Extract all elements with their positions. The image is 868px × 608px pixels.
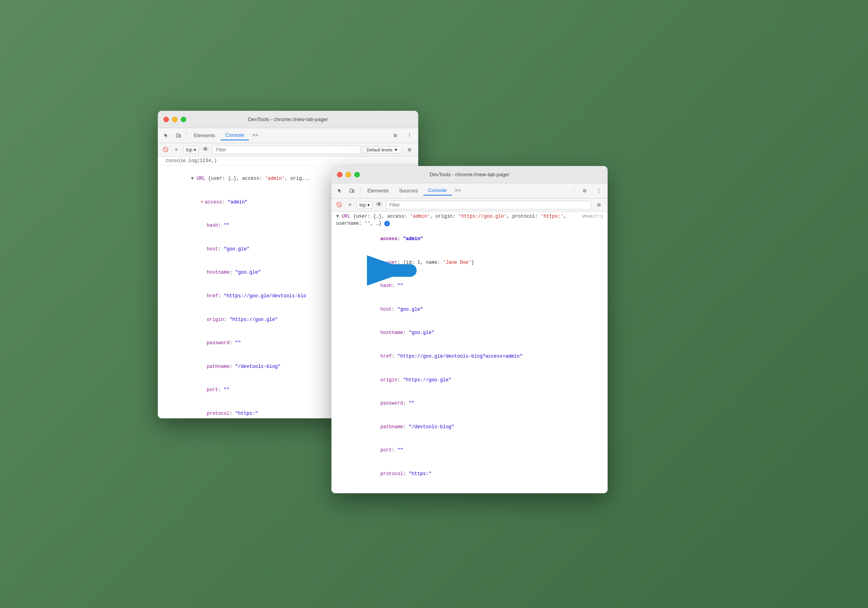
tab-elements-left[interactable]: Elements bbox=[189, 131, 220, 140]
maximize-button-left[interactable] bbox=[181, 117, 186, 122]
toolbar-icons-right: ⚙ ⋮ bbox=[572, 185, 604, 196]
scene: DevTools - chrome://new-tab-page/ Elemen… bbox=[158, 87, 710, 521]
more-icon-left[interactable]: ⋮ bbox=[404, 130, 415, 141]
svg-rect-4 bbox=[353, 190, 354, 192]
filter-input-right[interactable] bbox=[386, 201, 591, 209]
row-protocol-right: protocol: "https:" bbox=[331, 463, 608, 486]
clear-console-icon[interactable]: 🚫 bbox=[161, 145, 170, 154]
clear-console-icon-right[interactable]: 🚫 bbox=[335, 201, 343, 209]
top-label-left: top bbox=[186, 147, 193, 153]
no-icon-right[interactable]: ⊘ bbox=[346, 201, 354, 209]
window-title-left: DevTools - chrome://new-tab-page/ bbox=[248, 116, 328, 122]
row-pathname-right: pathname: "/devtools-blog" bbox=[331, 416, 608, 439]
row-port-right: port: "" bbox=[331, 439, 608, 463]
row-password-right: password: "" bbox=[331, 392, 608, 416]
traffic-lights-right bbox=[331, 172, 360, 177]
row-host-right: host: "goo.gle" bbox=[331, 298, 608, 322]
tab-bar-right: Elements Sources Console >> ⚙ ⋮ bbox=[331, 183, 608, 198]
settings-console-icon-right[interactable]: ⚙ bbox=[593, 200, 604, 211]
tab-bar-left: Elements Console >> ⚙ ⋮ bbox=[158, 128, 418, 143]
console-toolbar-right: 🚫 ⊘ top ▾ 👁 ⚙ bbox=[331, 198, 608, 212]
close-button-right[interactable] bbox=[337, 172, 342, 177]
no-icon[interactable]: ⊘ bbox=[172, 145, 181, 154]
row-access-right: access: "admin" bbox=[331, 228, 608, 251]
device-icon-right[interactable] bbox=[346, 185, 357, 196]
title-bar-right: DevTools - chrome://new-tab-page/ bbox=[331, 166, 608, 183]
svg-rect-0 bbox=[176, 134, 179, 137]
minimize-button-left[interactable] bbox=[172, 117, 178, 122]
minimize-button-right[interactable] bbox=[346, 172, 351, 177]
dropdown-arrow-left: ▾ bbox=[194, 147, 196, 153]
devtools-body-right: Elements Sources Console >> ⚙ ⋮ 🚫 ⊘ top … bbox=[331, 183, 608, 493]
maximize-button-right[interactable] bbox=[354, 172, 360, 177]
settings-icon-left[interactable]: ⚙ bbox=[390, 130, 401, 141]
tab-elements-right[interactable]: Elements bbox=[363, 186, 393, 195]
svg-rect-1 bbox=[179, 135, 181, 137]
tab-console-left[interactable]: Console bbox=[221, 131, 249, 140]
tab-console-right[interactable]: Console bbox=[423, 186, 452, 196]
devtools-window-right: DevTools - chrome://new-tab-page/ Elemen… bbox=[331, 166, 608, 493]
clipped-log-text: console.log(1234,) bbox=[166, 158, 217, 164]
title-bar-left: DevTools - chrome://new-tab-page/ bbox=[158, 111, 418, 128]
tab-sources-right[interactable]: Sources bbox=[394, 186, 423, 195]
separator-1 bbox=[186, 132, 187, 140]
direction-arrow bbox=[367, 253, 414, 284]
row-origin-right: origin: "https://goo.gle" bbox=[331, 368, 608, 392]
eye-icon-left[interactable]: 👁 bbox=[201, 145, 210, 154]
top-label-right: top bbox=[359, 202, 366, 208]
settings-icon-right[interactable]: ⚙ bbox=[579, 185, 590, 196]
row-href-right: href: "https://goo.gle/devtools-blog?acc… bbox=[331, 345, 608, 369]
row-search-right: search: "?access=admin" bbox=[331, 486, 608, 493]
eye-icon-right[interactable]: 👁 bbox=[375, 201, 383, 209]
context-dropdown-right[interactable]: top ▾ bbox=[357, 201, 372, 209]
cursor-icon-right[interactable] bbox=[335, 185, 346, 196]
more-icon-right[interactable]: ⋮ bbox=[593, 185, 604, 196]
close-button-left[interactable] bbox=[163, 117, 169, 122]
svg-rect-3 bbox=[350, 189, 352, 192]
traffic-lights-left bbox=[158, 117, 186, 122]
default-levels-btn[interactable]: Default levels ▼ bbox=[363, 146, 402, 153]
filter-input-left[interactable] bbox=[212, 145, 361, 154]
device-icon[interactable] bbox=[173, 130, 184, 141]
window-title-right: DevTools - chrome://new-tab-page/ bbox=[430, 172, 509, 177]
row-hostname-right: hostname: "goo.gle" bbox=[331, 321, 608, 345]
console-toolbar-left: 🚫 ⊘ top ▾ 👁 Default levels ▼ ⚙ bbox=[158, 143, 418, 157]
tab-more-right[interactable]: >> bbox=[453, 188, 464, 194]
context-dropdown-left[interactable]: top ▾ bbox=[183, 146, 199, 154]
url-header-right: ▼ URL {user: {…}, access: 'admin', origi… bbox=[331, 213, 608, 228]
separator-3 bbox=[574, 187, 574, 195]
dropdown-arrow-right: ▾ bbox=[367, 202, 370, 208]
tab-more-left[interactable]: >> bbox=[250, 132, 261, 138]
info-icon[interactable]: i bbox=[384, 221, 390, 226]
expand-arrow: ▼ bbox=[191, 176, 196, 181]
toolbar-icons-left: ⚙ ⋮ bbox=[390, 130, 415, 141]
clipped-log-line: console.log(1234,) bbox=[158, 157, 418, 166]
cursor-icon[interactable] bbox=[161, 130, 172, 141]
separator-2 bbox=[360, 187, 360, 195]
settings-console-icon[interactable]: ⚙ bbox=[404, 144, 415, 155]
